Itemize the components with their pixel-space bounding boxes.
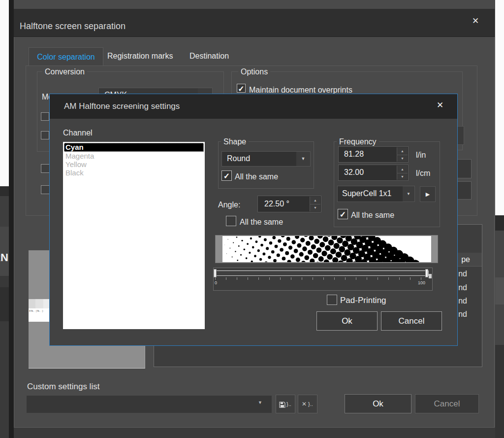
angle-label: Angle: bbox=[218, 200, 240, 210]
dialog-ok-button[interactable]: Ok bbox=[345, 394, 411, 413]
frequency-lpcm-spinner[interactable]: 32.00 ▲ ▼ bbox=[338, 165, 409, 181]
save-button-suffix: }.. bbox=[286, 401, 291, 407]
options-group-label: Options bbox=[238, 67, 270, 76]
conversion-group-label: Conversion bbox=[42, 67, 87, 76]
document-canvas-right bbox=[495, 0, 504, 215]
slider-track[interactable] bbox=[215, 270, 429, 276]
overprints-checkbox[interactable]: ✓ bbox=[237, 84, 246, 93]
slider-handle-nub[interactable] bbox=[429, 274, 432, 278]
check-icon: ✓ bbox=[223, 172, 230, 180]
spin-down-icon[interactable]: ▼ bbox=[397, 155, 408, 162]
modal-cancel-button[interactable]: Cancel bbox=[381, 311, 442, 331]
shape-group-label: Shape bbox=[221, 137, 249, 146]
background-strip bbox=[495, 215, 504, 231]
delete-settings-button[interactable]: ✕ }.. bbox=[298, 395, 317, 413]
frequency-all-same-label: All the same bbox=[351, 210, 394, 220]
delete-button-suffix: }.. bbox=[308, 401, 313, 407]
slider-handle-right[interactable] bbox=[425, 269, 428, 277]
background-strip bbox=[0, 186, 9, 196]
custom-settings-label: Custom settings list bbox=[27, 382, 99, 392]
page-checkbox-2[interactable] bbox=[41, 185, 50, 194]
spin-up-icon[interactable]: ▲ bbox=[397, 147, 408, 155]
background-strip bbox=[495, 231, 504, 277]
lpi-spin-buttons[interactable]: ▲ ▼ bbox=[397, 147, 408, 162]
channel-item-selected[interactable]: Cyan bbox=[64, 143, 204, 152]
tab-registration-marks[interactable]: Registration marks bbox=[107, 52, 173, 61]
pad-printing-label: Pad-Printing bbox=[340, 296, 386, 305]
thumbnail-swatch bbox=[29, 299, 35, 308]
shape-all-same-checkbox[interactable]: ✓ bbox=[221, 170, 232, 181]
document-canvas-left bbox=[0, 0, 9, 186]
save-icon bbox=[279, 401, 285, 410]
check-icon: ✓ bbox=[238, 85, 244, 93]
channel-listbox[interactable] bbox=[63, 142, 205, 329]
frequency-lpi-spinner[interactable]: 81.28 ▲ ▼ bbox=[338, 146, 409, 163]
spin-up-icon[interactable]: ▲ bbox=[397, 166, 408, 173]
channel-item[interactable]: Yellow bbox=[65, 160, 87, 168]
page-checkbox-1[interactable] bbox=[41, 164, 50, 173]
screen: RN Halftone screen separation ✕ Color se… bbox=[0, 0, 504, 438]
dialog-title: Halftone screen separation bbox=[20, 21, 126, 32]
spin-down-icon[interactable]: ▼ bbox=[310, 204, 320, 211]
supercell-combobox-arrow[interactable]: ▼ bbox=[403, 186, 414, 202]
background-strip bbox=[0, 196, 9, 227]
thumbnail-marks: 4%. |%. |: bbox=[29, 309, 44, 312]
background-strip bbox=[0, 287, 9, 321]
save-settings-button[interactable]: }.. bbox=[276, 395, 295, 413]
background-strip bbox=[495, 304, 504, 345]
background-strip bbox=[495, 345, 504, 438]
spin-up-icon[interactable]: ▲ bbox=[310, 197, 320, 204]
delete-icon: ✕ bbox=[302, 401, 307, 407]
modal-close-icon[interactable]: ✕ bbox=[437, 100, 443, 110]
shape-combobox-value: Round bbox=[227, 154, 250, 163]
angle-all-same-label: All the same bbox=[240, 217, 283, 227]
close-icon[interactable]: ✕ bbox=[472, 16, 479, 26]
conversion-checkbox-2[interactable] bbox=[41, 131, 49, 139]
halftone-preview bbox=[222, 236, 431, 262]
thumbnail-swatch bbox=[35, 299, 43, 308]
background-strip bbox=[0, 276, 9, 287]
modal-ok-button[interactable]: Ok bbox=[316, 311, 378, 331]
supercell-more-button[interactable]: ▶ bbox=[420, 186, 436, 202]
frequency-lpcm-value: 32.00 bbox=[344, 168, 364, 177]
conversion-checkbox-1[interactable] bbox=[41, 112, 49, 121]
frequency-lpi-unit: l/in bbox=[416, 150, 426, 160]
slider-max-label: 100 bbox=[418, 281, 425, 285]
slider-min-label: 0 bbox=[215, 281, 217, 285]
background-gutter bbox=[9, 0, 14, 438]
frequency-lpcm-unit: l/cm bbox=[416, 168, 430, 178]
shape-all-same-label: All the same bbox=[235, 172, 278, 182]
angle-all-same-checkbox[interactable] bbox=[226, 216, 236, 226]
frequency-all-same-checkbox[interactable]: ✓ bbox=[338, 209, 348, 219]
angle-spin-buttons[interactable]: ▲ ▼ bbox=[310, 197, 320, 211]
channel-item[interactable]: Magenta bbox=[65, 152, 94, 160]
slider-handle-left[interactable] bbox=[214, 269, 217, 277]
check-icon: ✓ bbox=[340, 210, 346, 219]
frequency-lpi-value: 81.28 bbox=[344, 150, 364, 159]
channel-item[interactable]: Black bbox=[65, 168, 84, 177]
modal-title: AM Halftone screening settings bbox=[64, 101, 180, 111]
angle-spinner[interactable]: 22.50 ° ▲ ▼ bbox=[257, 196, 321, 212]
angle-value: 22.50 ° bbox=[264, 200, 289, 208]
pad-printing-checkbox[interactable] bbox=[327, 295, 337, 305]
channel-item-label: Cyan bbox=[65, 143, 84, 151]
custom-settings-combobox[interactable] bbox=[26, 395, 272, 413]
lpcm-spin-buttons[interactable]: ▲ ▼ bbox=[397, 166, 408, 180]
background-strip bbox=[495, 277, 504, 304]
custom-combobox-arrow-icon[interactable]: ▼ bbox=[258, 400, 262, 405]
background-label-fragment: RN bbox=[0, 251, 8, 264]
background-strip bbox=[0, 321, 9, 438]
channel-label: Channel bbox=[63, 128, 93, 138]
shape-combobox-arrow[interactable]: ▼ bbox=[296, 152, 310, 166]
slider-ticks bbox=[215, 277, 429, 280]
frequency-group-label: Frequency bbox=[337, 137, 379, 146]
tab-color-separation[interactable]: Color separation bbox=[29, 47, 103, 66]
dialog-cancel-button[interactable]: Cancel bbox=[415, 394, 479, 413]
tab-destination[interactable]: Destination bbox=[189, 52, 229, 61]
spin-down-icon[interactable]: ▼ bbox=[397, 173, 408, 180]
supercell-combobox-value: SuperCell 1x1 bbox=[342, 189, 392, 198]
background-strip bbox=[14, 428, 495, 438]
